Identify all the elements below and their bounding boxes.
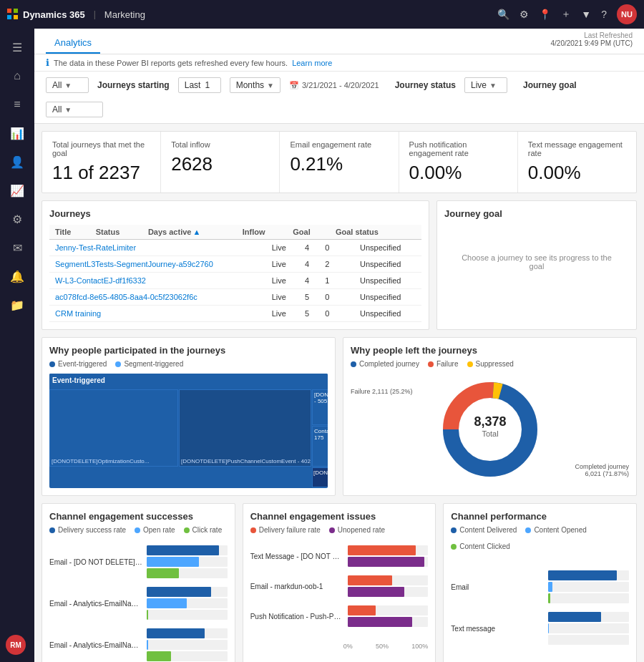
why-people-section: Why people participated in the journeys … xyxy=(42,337,637,496)
journey-goal-filter[interactable]: All ▼ xyxy=(46,102,103,117)
channel-performance-legend: Content Delivered Content Opened Content… xyxy=(451,526,629,550)
col-scroll xyxy=(410,225,421,240)
settings-icon[interactable]: ⚙ xyxy=(519,9,529,20)
col-inflow: Inflow xyxy=(237,225,287,240)
legend-delivery-success: Delivery success rate xyxy=(49,526,126,534)
col-days: Days active▲ xyxy=(142,225,237,240)
journeys-table: Title Status Days active▲ Inflow Goal Go… xyxy=(49,225,421,240)
journeys-table-wrapper[interactable]: Jenny-Test-RateLimiter Live 4 0 Unspecif… xyxy=(49,240,421,322)
left-journeys-title: Why people left the journeys xyxy=(351,345,629,356)
legend-event: Event-triggered xyxy=(49,360,107,368)
treemap-block-4: Contact Created - 175 xyxy=(312,426,328,467)
participation-legend: Event-triggered Segment-triggered xyxy=(49,360,328,368)
legend-content-clicked: Content Clicked xyxy=(451,542,510,550)
analytics-tab[interactable]: Analytics xyxy=(46,33,100,54)
table-row: SegmentL3Tests-SegmentJourney-a59c2760 L… xyxy=(49,256,421,273)
col-goal: Goal xyxy=(287,225,330,240)
annotation-failure: Failure 2,111 (25.2%) xyxy=(351,388,413,395)
participation-chart: Why people participated in the journeys … xyxy=(42,337,336,496)
participation-title: Why people participated in the journeys xyxy=(49,345,328,356)
journey-link-4[interactable]: CRM training xyxy=(55,309,101,318)
kpi-row: Total journeys that met the goal 11 of 2… xyxy=(42,131,637,193)
journey-link-3[interactable]: ac078fcd-8e65-4805-8aa4-0c5f23062f6c xyxy=(55,293,197,301)
search-icon[interactable]: 🔍 xyxy=(497,9,509,20)
sidebar-list-icon[interactable]: ≡ xyxy=(4,92,30,117)
journey-goal-placeholder: Choose a journey to see its progress to … xyxy=(444,225,629,299)
engagement-success-title: Channel engagement successes xyxy=(49,511,228,522)
legend-completed: Completed journey xyxy=(351,360,419,368)
table-row: CRM training Live 5 0 Unspecified xyxy=(49,306,421,322)
sidebar-analytics-icon[interactable]: 📈 xyxy=(4,177,30,203)
axis-issues: 0% 50% 100% xyxy=(250,643,429,650)
treemap-block-1: [DONOTDELETE]OptimizationCusto... xyxy=(49,389,178,467)
main-content: Analytics Last Refreshed 4/20/2021 9:49 … xyxy=(34,29,644,662)
issues-bar-row-2: Push Notification - Push-Pus... xyxy=(250,605,429,627)
months-filter[interactable]: Months ▼ xyxy=(230,77,280,93)
journeys-data-table: Jenny-Test-RateLimiter Live 4 0 Unspecif… xyxy=(49,240,421,322)
journey-status-label: Journey status xyxy=(395,80,456,90)
col-status: Status xyxy=(90,225,142,240)
info-icon: ℹ xyxy=(46,57,49,68)
channel-charts: Channel engagement successes Delivery su… xyxy=(42,503,637,662)
bar-row-1: Email - Analytics-EmailName-... xyxy=(49,587,228,620)
add-icon[interactable]: ＋ xyxy=(561,8,571,21)
left-journeys-legend: Completed journey Failure Suppressed xyxy=(351,360,629,368)
sidebar-mail-icon[interactable]: ✉ xyxy=(4,235,30,261)
channel-performance-title: Channel performance xyxy=(451,511,629,522)
journey-link-1[interactable]: SegmentL3Tests-SegmentJourney-a59c2760 xyxy=(55,260,213,268)
sidebar-chart-icon[interactable]: 📊 xyxy=(4,120,30,146)
sidebar-person-icon[interactable]: 👤 xyxy=(4,149,30,175)
table-row: ac078fcd-8e65-4805-8aa4-0c5f23062f6c Liv… xyxy=(49,289,421,306)
annotation-completed: Completed journey6,021 (71.87%) xyxy=(575,463,629,477)
journeys-table-card: Journeys Title Status Days active▲ Inflo… xyxy=(42,200,429,330)
journeys-starting-label: Journeys starting xyxy=(97,80,170,90)
kpi-total-inflow: Total inflow 2628 xyxy=(161,132,280,193)
left-journeys-chart: Why people left the journeys Completed j… xyxy=(343,337,637,496)
legend-open-rate: Open rate xyxy=(135,526,175,534)
journey-status-filter[interactable]: Live ▼ xyxy=(464,77,507,93)
sidebar-bell-icon[interactable]: 🔔 xyxy=(4,263,30,289)
legend-content-opened: Content Opened xyxy=(525,526,586,534)
journey-link-2[interactable]: W-L3-ContactEJ-df1f6332 xyxy=(55,276,146,285)
bottom-avatar[interactable]: RM xyxy=(6,635,26,655)
nav-icons: 🔍 ⚙ 📍 ＋ ▼ ? NU xyxy=(497,4,637,24)
col-goal-status: Goal status xyxy=(330,225,410,240)
bar-row-0: Email - [DO NOT DELETE] L3 ... xyxy=(49,545,228,578)
treemap-block-8: [DONOTDELETE]EmailCh... xyxy=(312,467,328,487)
col-title: Title xyxy=(49,225,90,240)
channel-bars: Email xyxy=(451,556,629,659)
channel-performance-chart: Channel performance Content Delivered Co… xyxy=(443,503,637,662)
engagement-success-chart: Channel engagement successes Delivery su… xyxy=(42,503,235,662)
brand-logo[interactable]: Dynamics 365 xyxy=(7,9,85,20)
help-icon[interactable]: ? xyxy=(601,9,607,20)
legend-content-delivered: Content Delivered xyxy=(451,526,517,534)
sidebar-menu-icon[interactable]: ☰ xyxy=(4,34,30,60)
sidebar-gear-icon[interactable]: ⚙ xyxy=(4,206,30,232)
journeys-title: Journeys xyxy=(49,208,421,219)
legend-unopened: Unopened rate xyxy=(329,526,385,534)
table-row: Jenny-Test-RateLimiter Live 4 0 Unspecif… xyxy=(49,240,421,256)
donut-chart-svg: 8,378 Total xyxy=(440,379,540,480)
filter-icon[interactable]: ▼ xyxy=(581,9,591,20)
journeys-section: Journeys Title Status Days active▲ Inflo… xyxy=(42,200,637,330)
sidebar-folder-icon[interactable]: 📁 xyxy=(4,292,30,318)
user-avatar[interactable]: NU xyxy=(617,4,637,24)
refresh-info: Last Refreshed 4/20/2021 9:49 PM (UTC) xyxy=(551,31,633,47)
channel-bar-email: Email xyxy=(451,570,629,603)
segment-filter[interactable]: All ▼ xyxy=(46,77,89,93)
treemap-block-2: [DONOTDELETE]PushChannelCustomEvent - 40… xyxy=(179,389,311,467)
sidebar-home-icon[interactable]: ⌂ xyxy=(4,63,30,89)
engagement-success-legend: Delivery success rate Open rate Click ra… xyxy=(49,526,228,534)
info-bar: ℹ The data in these Power BI reports get… xyxy=(34,54,644,72)
location-icon[interactable]: 📍 xyxy=(539,9,551,20)
last-filter[interactable]: Last 1 xyxy=(178,77,221,93)
engagement-success-bars: Email - [DO NOT DELETE] L3 ... xyxy=(49,540,228,662)
bar-row-2: Email - Analytics-EmailName-... xyxy=(49,628,228,661)
legend-segment: Segment-triggered xyxy=(115,360,183,368)
journey-link-0[interactable]: Jenny-Test-RateLimiter xyxy=(55,243,136,252)
kpi-text-engagement: Text message engagement rate 0.00% xyxy=(518,132,636,193)
legend-suppressed: Suppressed xyxy=(467,360,514,368)
journey-goal-label: Journey goal xyxy=(523,80,577,90)
learn-more-link[interactable]: Learn more xyxy=(292,59,332,67)
top-nav: Dynamics 365 | Marketing 🔍 ⚙ 📍 ＋ ▼ ? NU xyxy=(0,0,644,29)
